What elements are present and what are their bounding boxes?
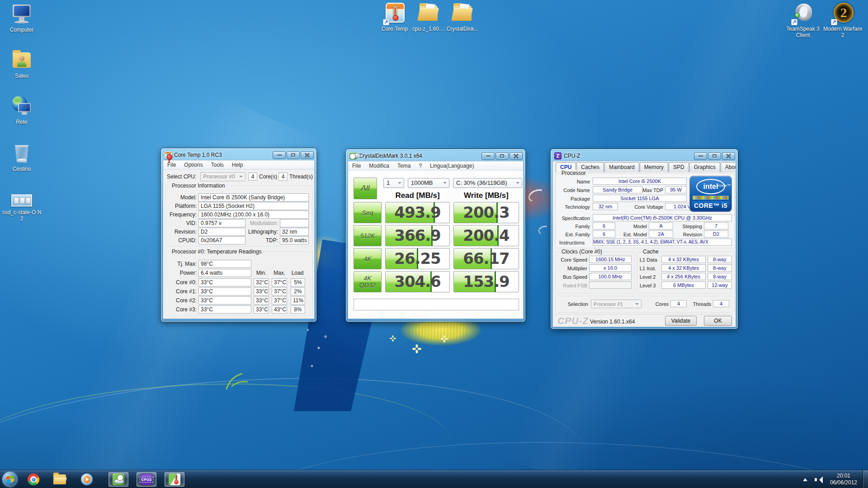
taskbar-wmp-button[interactable] xyxy=(78,472,96,487)
maximize-button[interactable] xyxy=(708,152,721,160)
tab-mainboard[interactable]: Mainboard xyxy=(604,162,639,172)
window-title: CPU-Z xyxy=(564,153,580,159)
platform-field: LGA 1155 (Socket H2) xyxy=(198,202,309,210)
desktop-icon-cestino[interactable]: Cestino xyxy=(0,143,43,172)
4k-qd32-test-button[interactable]: 4K QD32 xyxy=(354,271,382,292)
taskbar-explorer-button[interactable] xyxy=(51,472,69,487)
validate-button[interactable]: Validate xyxy=(665,316,697,326)
cdm-titlebar[interactable]: CrystalDiskMark 3.0.1 x64 xyxy=(348,151,524,161)
tab-about[interactable]: About xyxy=(721,162,736,172)
codename-field: Sandy Bridge xyxy=(593,186,642,193)
taskbar-crystaldiskmark-button[interactable] xyxy=(108,472,128,487)
l1data-size-field: 4 x 32 KBytes xyxy=(661,256,706,263)
core-temp-icon xyxy=(384,3,406,24)
wallpaper-flower xyxy=(412,344,421,353)
menu-modifica[interactable]: Modifica xyxy=(365,163,393,169)
ok-button[interactable]: OK xyxy=(704,316,732,326)
show-desktop-button[interactable] xyxy=(863,470,868,488)
desktop-icon-teamspeak[interactable]: TeamSpeak 3 Client xyxy=(781,3,825,38)
lithography-field: 32 nm xyxy=(280,228,309,236)
comment-input[interactable] xyxy=(354,299,519,310)
extmodel-label: Ext. Model xyxy=(617,232,647,237)
desktop-icon-ssd-image[interactable]: ssd_c-state-O N 2 xyxy=(0,190,43,222)
version-text: Version 1.60.1.x64 xyxy=(590,319,635,325)
seq-test-button[interactable]: Seq xyxy=(354,202,382,223)
tab-spd[interactable]: SPD xyxy=(669,162,689,172)
modulation-label: Modulation: xyxy=(247,220,278,226)
select-cpu-label: Select CPU: xyxy=(167,174,196,180)
intel-core-i5-badge: intel inside™ CORE™ i5 xyxy=(689,176,732,212)
frequency-field: 1600.02MHz (100.00 x 16.0) xyxy=(198,211,309,219)
l1data-label: L1 Data xyxy=(640,257,657,263)
512k-read-cell: 366.9 xyxy=(385,225,450,246)
desktop: Computer Salvo Rete Cestino ssd_c-state-… xyxy=(0,0,868,488)
maximize-button[interactable] xyxy=(287,151,300,159)
desktop-icon-salvo[interactable]: Salvo xyxy=(0,50,43,79)
instructions-label: Instructions xyxy=(559,240,585,245)
cores-label: Core(s) xyxy=(259,174,277,180)
windows-logo-icon xyxy=(5,475,14,483)
l1inst-label: L1 Inst. xyxy=(640,266,656,271)
menu-lingua[interactable]: Lingua(Language) xyxy=(426,163,478,169)
minimize-button[interactable] xyxy=(694,152,707,160)
menu-file[interactable]: File xyxy=(348,163,365,169)
core3-label: Core #3: xyxy=(163,306,197,313)
512k-read-value: 366.9 xyxy=(386,225,449,246)
menu-help[interactable]: Help xyxy=(228,162,247,168)
4k-read-cell: 26.25 xyxy=(385,248,450,269)
desktop-icon-label: Modern Warfare 2 xyxy=(821,26,864,38)
minimize-button[interactable] xyxy=(273,151,286,159)
modulation-field xyxy=(280,219,309,227)
model-field: A xyxy=(649,222,673,230)
desktop-icon-computer[interactable]: Computer xyxy=(0,4,43,33)
tdp-label: TDP: xyxy=(247,237,278,244)
taskbar-coretemp-button[interactable] xyxy=(165,472,184,487)
menu-options[interactable]: Options xyxy=(180,162,207,168)
4k-write-cell: 66.17 xyxy=(453,248,519,269)
desktop-icon-label: TeamSpeak 3 Client xyxy=(781,26,825,38)
cpu-select-dropdown[interactable]: Processor #0 xyxy=(200,172,245,181)
package-field: Socket 1155 LGA xyxy=(593,195,687,202)
volume-icon[interactable] xyxy=(815,475,824,483)
show-hidden-icons-button[interactable] xyxy=(803,476,807,481)
test-count-select[interactable]: 1 xyxy=(383,178,404,188)
drive-select[interactable]: C: 30% (36/119GB) xyxy=(453,178,522,188)
close-button[interactable] xyxy=(509,152,523,160)
tab-memory[interactable]: Memory xyxy=(640,162,668,172)
maximize-button[interactable] xyxy=(495,152,509,160)
taskbar-clock[interactable]: 20:01 06/06/2012 xyxy=(830,473,857,486)
cpuz-logo-text: CPU-Z xyxy=(557,315,589,326)
minimize-button[interactable] xyxy=(481,152,495,160)
close-button[interactable] xyxy=(722,152,735,160)
start-button[interactable] xyxy=(2,472,18,487)
taskbar-chrome-button[interactable] xyxy=(24,472,42,487)
4k-test-button[interactable]: 4K xyxy=(354,248,382,269)
desktop-icon-label: Rete xyxy=(0,119,43,125)
menu-tools[interactable]: Tools xyxy=(207,162,228,168)
menu-tema[interactable]: Tema xyxy=(393,163,415,169)
test-size-select[interactable]: 1000MB xyxy=(408,178,449,188)
processor-selection-dropdown[interactable]: Processor #1 xyxy=(591,300,642,308)
instructions-field: MMX, SSE (1, 2, 3, 3S, 4.1, 4.2), EM64T,… xyxy=(593,239,732,246)
core-temp-window: Core Temp 1.0 RC3 File Options Tools Hel… xyxy=(161,148,316,322)
desktop-icon-crystaldisk-folder[interactable]: CrystalDisk... xyxy=(441,3,484,32)
seq-read-value: 493.9 xyxy=(386,202,449,223)
desktop-icon-rete[interactable]: Rete xyxy=(0,96,43,125)
512k-test-button[interactable]: 512K xyxy=(354,225,382,246)
all-test-button[interactable]: All xyxy=(354,178,377,199)
tab-graphics[interactable]: Graphics xyxy=(689,162,720,172)
shortcut-arrow-icon xyxy=(383,19,389,25)
4k-qd32-read-cell: 304.6 xyxy=(385,271,450,292)
menu-help[interactable]: ? xyxy=(415,163,426,169)
cores-field: 4 xyxy=(670,300,687,307)
taskbar-cpuz-button[interactable]: CPUZ xyxy=(137,472,156,487)
menu-file[interactable]: File xyxy=(163,162,180,168)
write-header: Write [MB/s] xyxy=(453,191,519,200)
wallpaper-flower xyxy=(390,335,396,342)
close-button[interactable] xyxy=(301,151,314,159)
core-temp-titlebar[interactable]: Core Temp 1.0 RC3 xyxy=(163,150,315,160)
cpuz-titlebar[interactable]: Z CPU-Z xyxy=(552,151,736,161)
core1-temp-field: 33°C xyxy=(198,287,251,296)
desktop-icon-mw2[interactable]: 2 Modern Warfare 2 xyxy=(821,3,864,38)
cores-count-field: 4 xyxy=(248,173,257,181)
